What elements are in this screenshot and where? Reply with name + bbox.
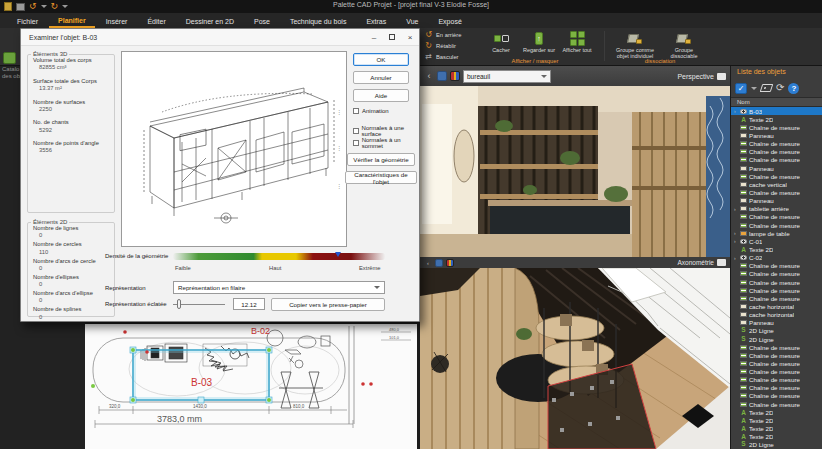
object-list-item-chaine-de-mesure[interactable]: Chaîne de mesure xyxy=(731,213,822,221)
object-list-item-chaine-de-mesure[interactable]: Chaîne de mesure xyxy=(731,343,822,351)
object-list-item-texte-2d[interactable]: ATexte 2D xyxy=(731,408,822,416)
object-properties-button[interactable]: Caractéristiques de l'objet xyxy=(345,171,417,184)
dialog-maximize-button[interactable] xyxy=(383,29,401,45)
object-list-item-2d-ligne[interactable]: S2D Ligne xyxy=(731,327,822,335)
perspective-viewport[interactable] xyxy=(420,86,730,257)
object-list-item-chaine-de-mesure[interactable]: Chaîne de mesure xyxy=(731,400,822,408)
stat-value: 82855 cm³ xyxy=(33,64,114,72)
object-list-item-chaine-de-mesure[interactable]: Chaîne de mesure xyxy=(731,148,822,156)
visibility-check-icon[interactable]: ✓ xyxy=(735,83,747,94)
toggle-button[interactable]: ⇄ Basculer xyxy=(424,52,461,62)
menu-item-vue[interactable]: Vue xyxy=(397,13,427,28)
expander-icon[interactable]: › xyxy=(734,255,738,261)
object-list-item-panneau[interactable]: Panneau xyxy=(731,197,822,205)
object-list-item-chaine-de-mesure[interactable]: Chaîne de mesure xyxy=(731,262,822,270)
object-list-item-panneau[interactable]: Panneau xyxy=(731,164,822,172)
axono-back-icon[interactable]: ‹ xyxy=(424,259,432,267)
tags-icon[interactable] xyxy=(760,84,774,92)
object-list-item-chaine-de-mesure[interactable]: Chaîne de mesure xyxy=(731,270,822,278)
dialog-minimize-button[interactable]: – xyxy=(365,29,383,45)
visibility-caret-icon[interactable] xyxy=(751,87,757,90)
expander-icon[interactable]: › xyxy=(734,108,738,114)
animation-checkbox[interactable]: Animation xyxy=(353,108,389,114)
help-button[interactable]: Aide xyxy=(353,89,409,102)
viewport-panel-icon[interactable] xyxy=(437,71,447,81)
normals-surface-checkbox[interactable]: Normales à une surface xyxy=(353,125,419,137)
object-list-item-chaine-de-mesure[interactable]: Chaîne de mesure xyxy=(731,172,822,180)
normals-vertex-checkbox-box[interactable] xyxy=(353,140,359,146)
object-list-item-texte-2d[interactable]: ATexte 2D xyxy=(731,245,822,253)
axono-panel-icon[interactable] xyxy=(435,259,443,267)
menu-item-fichier[interactable]: Fichier xyxy=(8,13,47,28)
animation-checkbox-box[interactable] xyxy=(353,108,359,114)
object-list-item-cache-horizontal[interactable]: cache horizontal xyxy=(731,311,822,319)
object-list-item-chaine-de-mesure[interactable]: Chaîne de mesure xyxy=(731,359,822,367)
verify-geometry-button[interactable]: Vérifier la géométrie xyxy=(347,153,415,166)
menu-item-technique-du-bois[interactable]: Technique du bois xyxy=(281,13,355,28)
viewport-colors-icon[interactable] xyxy=(450,71,460,81)
object-list-item-chaine-de-mesure[interactable]: Chaîne de mesure xyxy=(731,368,822,376)
exploded-slider-handle[interactable] xyxy=(177,299,181,309)
object-list-item-c-01[interactable]: ›C-01 xyxy=(731,237,822,245)
menu-item-inserer[interactable]: Insérer xyxy=(97,13,137,28)
representation-select[interactable]: Représentation en filaire xyxy=(173,281,385,294)
view-mode-icon[interactable] xyxy=(717,73,726,80)
object-list-item-cache-vertical[interactable]: cache vertical xyxy=(731,180,822,188)
object-list-item-chaine-de-mesure[interactable]: Chaîne de mesure xyxy=(731,384,822,392)
dialog-title-bar[interactable]: Examiner l'objet: B-03 – × xyxy=(21,29,419,46)
axonometric-viewport[interactable] xyxy=(420,268,730,449)
object-list-item-chaine-de-mesure[interactable]: Chaîne de mesure xyxy=(731,156,822,164)
help-icon[interactable]: ? xyxy=(788,83,799,94)
axono-colors-icon[interactable] xyxy=(446,259,454,267)
expander-icon[interactable]: › xyxy=(734,238,738,244)
catalog-cube-icon[interactable] xyxy=(3,52,16,64)
object-list-item-c-02[interactable]: ›C-02 xyxy=(731,254,822,262)
object-list-item-panneau[interactable]: Panneau xyxy=(731,131,822,139)
menu-item-extras[interactable]: Extras xyxy=(357,13,395,28)
menu-item-dessiner-en-2d[interactable]: Dessiner en 2D xyxy=(177,13,243,28)
object-list-item-texte-2d[interactable]: ATexte 2D xyxy=(731,115,822,123)
object-list-item-tablette-arriere[interactable]: ›tablette arrière xyxy=(731,205,822,213)
menu-item-pose[interactable]: Pose xyxy=(245,13,279,28)
object-list-item-chaine-de-mesure[interactable]: Chaîne de mesure xyxy=(731,376,822,384)
object-list-item-chaine-de-mesure[interactable]: Chaîne de mesure xyxy=(731,294,822,302)
object-list-item-b-03[interactable]: ›B-03 xyxy=(731,107,822,115)
redo-button[interactable]: ↻ Rétablir xyxy=(424,41,461,51)
dialog-close-button[interactable]: × xyxy=(401,29,419,45)
object-list-item-chaine-de-mesure[interactable]: Chaîne de mesure xyxy=(731,286,822,294)
normals-surface-checkbox-box[interactable] xyxy=(353,128,359,134)
axono-view-mode-icon[interactable] xyxy=(717,259,726,266)
object-list-item-chaine-de-mesure[interactable]: Chaîne de mesure xyxy=(731,188,822,196)
object-list-item-cache-horizontal[interactable]: cache horizontal xyxy=(731,302,822,310)
density-marker-icon[interactable] xyxy=(335,252,341,257)
object-list-item-chaine-de-mesure[interactable]: Chaîne de mesure xyxy=(731,392,822,400)
object-list-column-header[interactable]: Nom xyxy=(731,97,822,107)
ok-button[interactable]: OK xyxy=(353,53,409,66)
object-list-item-lampe-de-table[interactable]: ›lampe de table xyxy=(731,229,822,237)
object-list-item-chaine-de-mesure[interactable]: Chaîne de mesure xyxy=(731,351,822,359)
expander-icon[interactable]: › xyxy=(734,206,738,212)
plan-2d-viewport[interactable]: B-02 B-03 320,0 1430,0 810,0 3783,0 mm 4… xyxy=(85,324,417,449)
density-gradient-slider[interactable] xyxy=(173,253,385,260)
refresh-icon[interactable]: ⟳ xyxy=(776,83,784,93)
normals-vertex-checkbox[interactable]: Normales à un sommet xyxy=(353,137,419,149)
exploded-value-field[interactable]: 12.12 xyxy=(233,298,265,310)
menu-item-planifier[interactable]: Planifier xyxy=(49,13,95,28)
plan-dim-4: 480,0 xyxy=(389,327,400,332)
object-list-item-texte-2d[interactable]: ATexte 2D xyxy=(731,424,822,432)
expander-icon[interactable]: › xyxy=(734,230,738,236)
object-list-item-2d-ligne[interactable]: S2D Ligne xyxy=(731,335,822,343)
object-list-item-texte-2d[interactable]: ATexte 2D xyxy=(731,416,822,424)
object-list-item-chaine-de-mesure[interactable]: Chaîne de mesure xyxy=(731,221,822,229)
view-preset-dropdown[interactable]: bureauil xyxy=(463,70,551,83)
cancel-button[interactable]: Annuler xyxy=(353,71,409,84)
object-list-item-chaine-de-mesure[interactable]: Chaîne de mesure xyxy=(731,140,822,148)
object-list-item-chaine-de-mesure[interactable]: Chaîne de mesure xyxy=(731,123,822,131)
object-list-item-chaine-de-mesure[interactable]: Chaîne de mesure xyxy=(731,278,822,286)
menu-item-expose[interactable]: Exposé xyxy=(429,13,470,28)
viewport-back-icon[interactable]: ‹ xyxy=(424,71,434,81)
object-list-item-2d-ligne[interactable]: S2D Ligne xyxy=(731,441,822,449)
copy-clipboard-button[interactable]: Copier vers le presse-papier xyxy=(271,298,385,311)
back-button[interactable]: ↺ En arrière xyxy=(424,30,461,40)
menu-item-editer[interactable]: Éditer xyxy=(138,13,174,28)
